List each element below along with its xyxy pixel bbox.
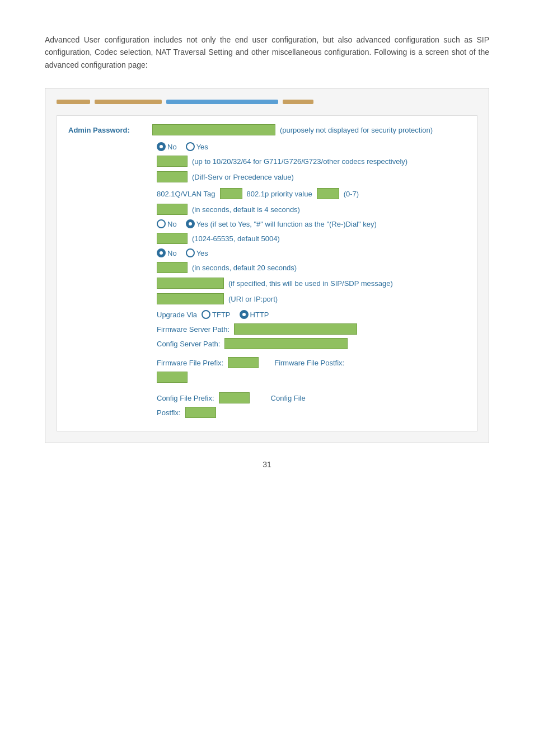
radio-yes-3[interactable]: Yes <box>186 248 208 257</box>
postfix-label: Postfix: <box>157 408 181 417</box>
config-prefix-label: Config File Prefix: <box>157 394 214 402</box>
radio-tftp-circle <box>202 310 210 319</box>
radio-no-1[interactable]: No <box>157 142 177 151</box>
page-number: 31 <box>45 460 489 469</box>
timeout2-input[interactable] <box>157 262 188 273</box>
dscp-helper: (Diff-Serv or Precedence value) <box>192 173 294 181</box>
tab-3-active[interactable] <box>166 100 278 104</box>
admin-content: (purposely not displayed for security pr… <box>152 124 466 138</box>
port-helper: (1024-65535, default 5004) <box>192 234 280 243</box>
radio-yes-3-circle <box>186 248 195 257</box>
firmware-prefix-row: Firmware File Prefix: Firmware File Post… <box>157 357 466 368</box>
firmware-server-input[interactable] <box>234 323 357 335</box>
http-label: HTTP <box>250 311 269 319</box>
radio-row-2: No Yes (if set to Yes, "#" will function… <box>157 219 466 228</box>
intro-paragraph: Advanced User configuration includes not… <box>45 34 489 71</box>
radio-row-1: No Yes <box>157 142 466 151</box>
radio-no-3[interactable]: No <box>157 248 177 257</box>
config-postfix-input[interactable] <box>185 407 216 418</box>
radio-yes-3-label: Yes <box>196 249 208 257</box>
codec-row: (up to 10/20/32/64 for G711/G726/G723/ot… <box>157 156 466 167</box>
dscp-input[interactable] <box>157 171 188 182</box>
admin-password-field-row: (purposely not displayed for security pr… <box>152 124 466 135</box>
radio-no-2[interactable]: No <box>157 219 177 228</box>
priority-range: (0-7) <box>344 190 359 198</box>
uri-helper: (URI or IP:port) <box>228 295 278 303</box>
firmware-prefix-label: Firmware File Prefix: <box>157 359 223 367</box>
vlan-tag-input[interactable] <box>220 188 242 199</box>
radio-no-2-circle <box>157 219 166 228</box>
radio-yes-1[interactable]: Yes <box>186 142 208 151</box>
timeout-helper: (in seconds, default is 4 seconds) <box>192 205 300 214</box>
radio-no-3-circle <box>157 248 166 257</box>
firmware-server-row: Firmware Server Path: <box>157 323 466 335</box>
radio-row-3: No Yes <box>157 248 466 257</box>
admin-password-row: Admin Password: (purposely not displayed… <box>68 124 466 138</box>
admin-password-helper: (purposely not displayed for security pr… <box>280 126 433 134</box>
vlan-row: 802.1Q/VLAN Tag 802.1p priority value (0… <box>157 188 466 199</box>
tab-1[interactable] <box>57 100 90 104</box>
config-screenshot-box: Admin Password: (purposely not displayed… <box>45 88 489 443</box>
port-row: (1024-65535, default 5004) <box>157 233 466 244</box>
radio-yes-2[interactable]: Yes (if set to Yes, "#" will function as… <box>186 219 377 228</box>
tab-4[interactable] <box>283 100 313 104</box>
radio-yes-1-label: Yes <box>196 143 208 151</box>
tftp-label: TFTP <box>212 311 231 319</box>
firmware-prefix-input[interactable] <box>228 357 259 368</box>
config-prefix-row: Config File Prefix: Config File <box>157 392 466 403</box>
radio-group-3: No Yes <box>157 248 208 257</box>
vlan-tag-label: 802.1Q/VLAN Tag <box>157 190 216 198</box>
uri-row: (URI or IP:port) <box>157 293 466 304</box>
page-content: Advanced User configuration includes not… <box>0 0 534 491</box>
firmware-server-label: Firmware Server Path: <box>157 325 229 334</box>
priority-input[interactable] <box>317 188 339 199</box>
timeout2-row: (in seconds, default 20 seconds) <box>157 262 466 273</box>
dscp-row: (Diff-Serv or Precedence value) <box>157 171 466 182</box>
upgrade-via-label: Upgrade Via <box>157 311 197 319</box>
radio-group-1: No Yes <box>157 142 208 151</box>
radio-http[interactable]: HTTP <box>240 310 269 319</box>
codec-input[interactable] <box>157 156 188 167</box>
firmware-postfix-label: Firmware File Postfix: <box>274 359 344 367</box>
firmware-postfix-input[interactable] <box>157 372 188 383</box>
radio-http-circle <box>240 310 249 319</box>
sip-row: (if specified, this will be used in SIP/… <box>157 278 466 289</box>
radio-no-1-label: No <box>167 143 177 151</box>
radio-no-2-label: No <box>167 220 177 228</box>
config-server-label: Config Server Path: <box>157 340 220 348</box>
radio-no-3-label: No <box>167 249 177 257</box>
radio-group-2: No Yes (if set to Yes, "#" will function… <box>157 219 377 228</box>
priority-label: 802.1p priority value <box>247 190 312 198</box>
form-section: Admin Password: (purposely not displayed… <box>57 115 477 431</box>
timeout-row: (in seconds, default is 4 seconds) <box>157 204 466 215</box>
radio-tftp[interactable]: TFTP <box>202 310 231 319</box>
admin-password-label: Admin Password: <box>68 124 152 134</box>
config-server-row: Config Server Path: <box>157 338 466 349</box>
admin-password-input[interactable] <box>152 124 275 135</box>
upgrade-via-row: Upgrade Via TFTP HTTP <box>157 310 466 319</box>
tab-2[interactable] <box>95 100 162 104</box>
port-input[interactable] <box>157 233 188 244</box>
tabs-row <box>57 100 477 104</box>
radio-yes-2-circle <box>186 219 195 228</box>
uri-input[interactable] <box>157 293 224 304</box>
radio-yes-2-label: Yes (if set to Yes, "#" will function as… <box>196 220 377 228</box>
radio-no-1-circle <box>157 142 166 151</box>
sip-input[interactable] <box>157 278 224 289</box>
radio-yes-1-circle <box>186 142 195 151</box>
codec-helper: (up to 10/20/32/64 for G711/G726/G723/ot… <box>192 157 407 166</box>
config-prefix-input[interactable] <box>219 392 250 403</box>
config-server-input[interactable] <box>224 338 348 349</box>
timeout2-helper: (in seconds, default 20 seconds) <box>192 264 297 272</box>
timeout-input[interactable] <box>157 204 188 215</box>
sip-helper: (if specified, this will be used in SIP/… <box>228 279 393 288</box>
config-file-label: Config File <box>271 394 306 402</box>
